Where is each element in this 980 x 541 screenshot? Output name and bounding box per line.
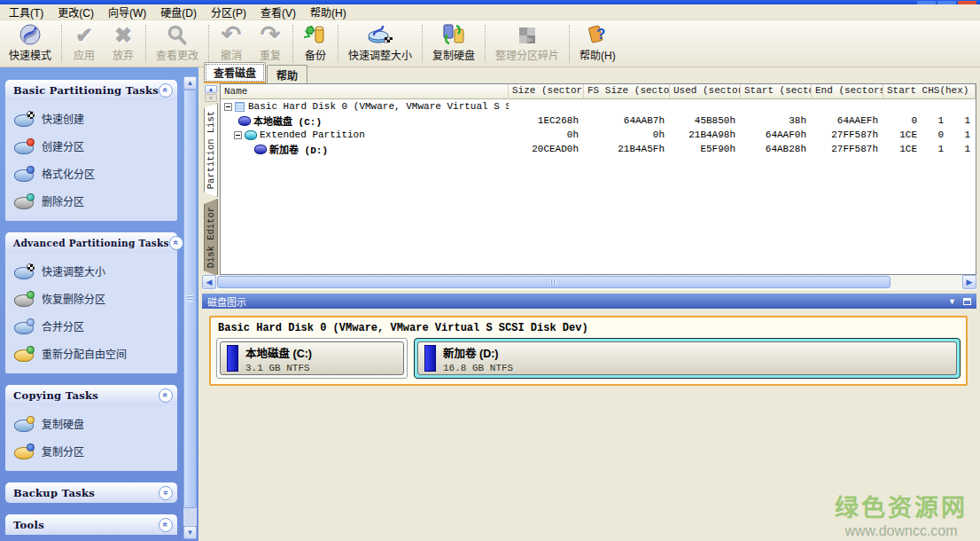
tabstrip-scroll-down[interactable]: ▼: [205, 94, 217, 102]
panel-backup-tasks: Backup Tasks «: [5, 482, 177, 503]
panel-header-copying[interactable]: Copying Tasks «: [5, 385, 177, 405]
menu-tools[interactable]: 工具(T): [2, 3, 51, 21]
scroll-right-arrow[interactable]: ▶: [962, 275, 976, 289]
panel-restore-icon[interactable]: [963, 298, 971, 305]
menu-help[interactable]: 帮助(H): [303, 3, 354, 21]
sidebar-item-create-partition[interactable]: 创建分区: [14, 138, 174, 153]
quick-resize-disk-icon: [367, 22, 393, 47]
view-changes-button[interactable]: 查看更改: [149, 21, 206, 66]
chevron-up-icon[interactable]: «: [169, 236, 183, 250]
quick-resize-button[interactable]: 快速调整大小: [341, 21, 419, 66]
minimize-button[interactable]: [917, 1, 936, 4]
panel-header-tools[interactable]: Tools «: [5, 514, 177, 535]
redo-button[interactable]: ↷ 重复: [251, 21, 290, 66]
menu-disk[interactable]: 硬盘(D): [153, 3, 204, 21]
sidebar-item-undelete-partition[interactable]: 恢复删除分区: [14, 291, 174, 306]
chevron-up-icon[interactable]: «: [159, 83, 173, 98]
table-row-c-drive[interactable]: 本地磁盘 (C:) 1EC268h 64AAB7h 45B850h 38h 64…: [221, 114, 976, 128]
scroll-up-arrow[interactable]: ▲: [183, 76, 197, 90]
panel-header-basic[interactable]: Basic Partitioning Tasks «: [5, 80, 177, 100]
scrollbar-thumb[interactable]: [183, 90, 197, 508]
panel-copying-tasks: Copying Tasks « 复制硬盘 复制分区: [5, 385, 177, 471]
disk-panel-header: 磁盘图示 ▼: [202, 294, 976, 309]
panel-header-advanced[interactable]: Advanced Partitioning Tasks «: [5, 232, 177, 253]
task-sidebar: Basic Partitioning Tasks « 快速创建 创建分区 格式化…: [0, 67, 198, 541]
disk-box: Basic Hard Disk 0 (VMware, VMware Virtua…: [209, 316, 968, 386]
collapse-expander-icon[interactable]: [224, 103, 232, 111]
chevron-down-icon[interactable]: «: [159, 486, 173, 500]
tab-bar: 查看磁盘 帮助: [202, 67, 976, 83]
menu-partition[interactable]: 分区(P): [204, 3, 253, 21]
disk-resize-icon: [14, 264, 34, 278]
tab-help[interactable]: 帮助: [267, 65, 307, 83]
scroll-left-arrow[interactable]: ◀: [202, 275, 216, 289]
sidebar-item-format-partition[interactable]: 格式化分区: [14, 166, 174, 181]
view-changes-magnifier-icon: [166, 24, 189, 47]
chevron-up-icon[interactable]: «: [159, 518, 173, 532]
sidebar-item-redistribute-free-space[interactable]: 重新分配自由空间: [14, 346, 174, 361]
quick-mode-button[interactable]: 快速模式: [2, 21, 58, 66]
backup-button[interactable]: 备份: [296, 21, 335, 66]
column-header-used[interactable]: Used (sectors): [670, 84, 741, 99]
partition-usage-bar: [424, 345, 436, 372]
tabstrip-scroll-up[interactable]: ▲: [205, 85, 217, 93]
table-header-row: Name Size (sectors) FS Size (sectors) Us…: [221, 84, 976, 99]
undo-button[interactable]: ↶ 撤消: [212, 21, 251, 66]
menu-view[interactable]: 查看(V): [253, 3, 303, 21]
table-row-d-drive[interactable]: 新加卷 (D:) 20CEAD0h 21B4A5Fh E5F90h 64AB28…: [221, 142, 976, 156]
copy-partition-icon: [14, 444, 34, 459]
undo-arrow-icon: ↶: [222, 23, 242, 47]
sidebar-item-copy-hard-disk[interactable]: 复制硬盘: [14, 416, 174, 431]
defragment-button[interactable]: 整理分区碎片: [488, 21, 566, 66]
scroll-down-arrow[interactable]: ▼: [183, 526, 197, 539]
chevron-up-icon[interactable]: «: [159, 388, 173, 403]
sidebar-item-copy-partition[interactable]: 复制分区: [14, 443, 174, 459]
partition-disk-icon: [238, 116, 251, 126]
disk-title: Basic Hard Disk 0 (VMware, VMware Virtua…: [216, 320, 961, 338]
watermark: 绿色资源网 www.downcc.com: [835, 489, 968, 539]
help-button[interactable]: ? 帮助(H): [572, 21, 623, 66]
close-button[interactable]: [958, 1, 976, 4]
menu-change[interactable]: 更改(C): [51, 3, 101, 21]
column-header-end[interactable]: End (sectors): [812, 84, 883, 99]
apply-button[interactable]: ✔ 应用: [65, 21, 104, 66]
defragment-icon: [516, 24, 539, 47]
column-header-name[interactable]: Name: [221, 84, 509, 99]
column-header-start-chs[interactable]: Start CHS(hex): [883, 84, 976, 99]
column-header-start[interactable]: Start (sectors): [741, 84, 812, 99]
sidebar-item-merge-partitions[interactable]: 合并分区: [14, 318, 174, 333]
panel-header-backup[interactable]: Backup Tasks «: [5, 482, 177, 503]
disk-checkered-flag-icon: [14, 112, 34, 126]
toolbar-separator: [292, 25, 293, 62]
side-tab-disk-editor[interactable]: Disk Editor: [204, 199, 218, 275]
partition-block-d[interactable]: 新加卷 (D:) 16.8 GB NTFS: [414, 338, 961, 379]
copy-disk-button[interactable]: 复制硬盘: [425, 21, 482, 66]
toolbar-separator: [338, 25, 338, 62]
backup-icon: [303, 22, 328, 47]
table-row-extended-partition[interactable]: Extended Partition 0h 0h 21B4A98h 64AAF0…: [221, 128, 976, 142]
collapse-expander-icon[interactable]: [234, 131, 242, 139]
table-row-disk0[interactable]: Basic Hard Disk 0 (VMware, VMware Virtua…: [221, 99, 976, 114]
sidebar-item-delete-partition[interactable]: 删除分区: [14, 193, 174, 208]
side-tab-partition-list[interactable]: Partition List: [204, 103, 218, 197]
maximize-button[interactable]: [937, 1, 956, 4]
column-header-fs-size[interactable]: FS Size (sectors): [584, 84, 670, 99]
horizontal-scrollbar[interactable]: ◀ ▶: [202, 275, 976, 289]
panel-basic-partitioning-tasks: Basic Partitioning Tasks « 快速创建 创建分区 格式化…: [5, 80, 177, 221]
sidebar-item-quick-resize[interactable]: 快速调整大小: [14, 263, 174, 278]
partition-block-c[interactable]: 本地磁盘 (C:) 3.1 GB NTFS: [216, 338, 408, 379]
disk-new-star-icon: [14, 139, 34, 153]
disk-panel-title: 磁盘图示: [207, 294, 948, 309]
tab-view-disks[interactable]: 查看磁盘: [204, 62, 266, 83]
scrollbar-thumb[interactable]: [217, 276, 891, 288]
help-book-icon: ?: [585, 22, 610, 47]
sidebar-scrollbar[interactable]: ▲ ▼: [183, 76, 197, 539]
column-header-size[interactable]: Size (sectors): [509, 84, 584, 99]
sidebar-item-quick-create[interactable]: 快速创建: [14, 111, 174, 126]
panel-tools: Tools «: [5, 514, 177, 535]
partition-table: Name Size (sectors) FS Size (sectors) Us…: [220, 83, 976, 275]
toolbar-separator: [485, 25, 486, 62]
menu-wizard[interactable]: 向导(W): [101, 3, 153, 21]
panel-dropdown-icon[interactable]: ▼: [948, 297, 956, 306]
discard-button[interactable]: ✖ 放弃: [104, 21, 143, 66]
